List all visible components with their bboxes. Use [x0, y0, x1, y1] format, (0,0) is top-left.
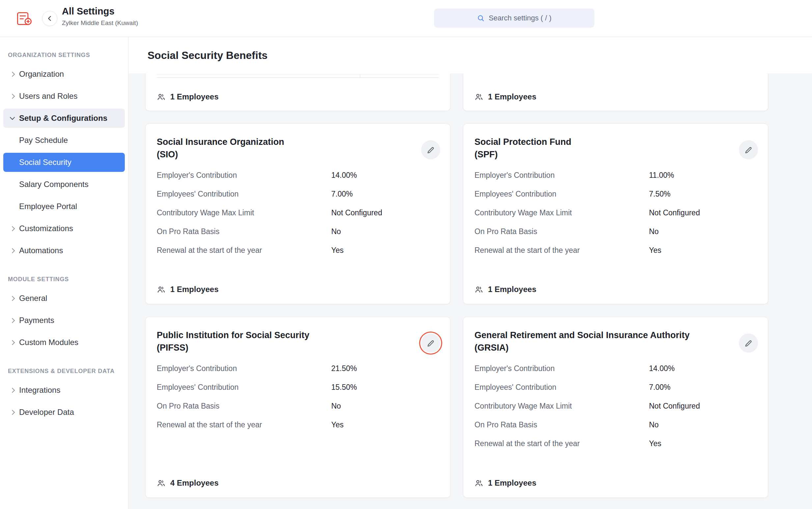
employees-count: 1 Employees: [474, 478, 757, 487]
card-row-2: Social Insurance Organization(SIO) Emplo…: [145, 124, 812, 304]
truncated-table-fragment: [157, 74, 439, 78]
search-settings-input[interactable]: Search settings ( / ): [434, 8, 594, 28]
employees-count: 1 Employees: [474, 92, 757, 101]
sidebar-item-developer-data[interactable]: Developer Data: [3, 403, 125, 422]
benefit-card-partial-left: 1 Employees: [145, 73, 450, 111]
chevron-right-icon: [10, 248, 15, 253]
card-title: Public Institution for Social Security(P…: [157, 329, 439, 354]
sidebar-item-label: Custom Modules: [19, 338, 78, 347]
header-title-block: All Settings Zylker Middle East (Kuwait): [62, 6, 138, 27]
employees-icon: [474, 93, 483, 101]
field-value: No: [331, 227, 439, 236]
page-title: Social Security Benefits: [147, 49, 268, 62]
field-value: Yes: [649, 245, 757, 255]
app-logo-icon[interactable]: [16, 10, 33, 27]
sidebar-item-label: Pay Schedule: [19, 136, 68, 145]
sidebar-item-customizations[interactable]: Customizations: [3, 219, 125, 238]
back-button[interactable]: [42, 11, 57, 26]
employees-count-text: 4 Employees: [170, 478, 218, 487]
card-fields: Employer's Contribution 14.00% Employees…: [157, 170, 439, 255]
employees-count-text: 1 Employees: [488, 285, 536, 294]
field-label: Renewal at the start of the year: [474, 245, 649, 255]
sidebar-item-users-and-roles[interactable]: Users and Roles: [3, 87, 125, 106]
employees-count-text: 1 Employees: [488, 478, 536, 487]
field-label: Renewal at the start of the year: [157, 245, 331, 255]
employees-count: 1 Employees: [474, 285, 757, 294]
chevron-right-icon: [10, 71, 15, 77]
sidebar-item-payments[interactable]: Payments: [3, 311, 125, 330]
chevron-right-icon: [10, 410, 15, 415]
search-icon: [477, 14, 485, 22]
chevron-right-icon: [10, 296, 15, 301]
field-label: On Pro Rata Basis: [474, 227, 649, 236]
edit-spf-button[interactable]: [739, 140, 758, 159]
field-label: Contributory Wage Max Limit: [157, 208, 331, 217]
card-title: Social Protection Fund(SPF): [474, 136, 757, 161]
chevron-right-icon: [10, 94, 15, 99]
sidebar-item-label: Organization: [19, 69, 64, 79]
employees-icon: [157, 93, 166, 101]
sidebar-item-custom-modules[interactable]: Custom Modules: [3, 333, 125, 352]
benefit-card-grsia: General Retirement and Social Insurance …: [463, 317, 768, 498]
sidebar-item-general[interactable]: General: [3, 289, 125, 308]
settings-sidebar: ORGANIZATION SETTINGS Organization Users…: [0, 37, 128, 509]
employees-count-text: 1 Employees: [488, 92, 536, 101]
benefit-card-pifss: Public Institution for Social Security(P…: [145, 317, 450, 498]
sidebar-item-employee-portal[interactable]: Employee Portal: [3, 197, 125, 216]
sidebar-item-label: Developer Data: [19, 408, 74, 417]
field-label: On Pro Rata Basis: [474, 420, 649, 430]
search-placeholder-text: Search settings ( / ): [489, 14, 551, 23]
benefit-card-partial-right: 1 Employees: [463, 73, 768, 111]
field-value: 7.00%: [331, 189, 439, 199]
all-settings-title: All Settings: [62, 6, 138, 17]
field-value: Not Configured: [331, 208, 439, 217]
sidebar-item-label: Customizations: [19, 224, 73, 233]
employees-icon: [474, 479, 483, 487]
sidebar-item-label: Social Security: [19, 158, 71, 167]
employees-icon: [157, 285, 166, 294]
field-value: No: [649, 420, 757, 430]
page-header: Social Security Benefits: [129, 37, 812, 73]
benefit-card-spf: Social Protection Fund(SPF) Employer's C…: [463, 124, 768, 304]
sidebar-item-integrations[interactable]: Integrations: [3, 381, 125, 400]
field-value: 14.00%: [649, 364, 757, 373]
card-fields: Employer's Contribution 14.00% Employees…: [474, 364, 757, 448]
edit-pifss-button[interactable]: [421, 334, 440, 352]
card-row-3: Public Institution for Social Security(P…: [145, 317, 812, 498]
card-row-partial: 1 Employees 1 Employees: [145, 73, 812, 111]
employees-count: 4 Employees: [157, 478, 439, 487]
field-label: On Pro Rata Basis: [157, 401, 331, 411]
field-value: 21.50%: [331, 364, 439, 373]
section-label-module-settings: MODULE SETTINGS: [0, 276, 128, 289]
sidebar-item-label: Users and Roles: [19, 92, 77, 101]
sidebar-item-setup-and-configurations[interactable]: Setup & Configurations: [3, 109, 125, 128]
field-value: No: [331, 401, 439, 411]
field-value: 7.50%: [649, 189, 757, 199]
field-value: Yes: [331, 420, 439, 430]
field-label: Employees' Contribution: [157, 189, 331, 199]
benefit-card-sio: Social Insurance Organization(SIO) Emplo…: [145, 124, 450, 304]
field-label: Employees' Contribution: [474, 382, 649, 392]
field-label: Contributory Wage Max Limit: [474, 401, 649, 411]
field-label: Contributory Wage Max Limit: [474, 208, 649, 217]
employees-count: 1 Employees: [157, 285, 439, 294]
sidebar-item-label: Automations: [19, 246, 63, 255]
field-value: Yes: [649, 439, 757, 448]
edit-sio-button[interactable]: [421, 140, 440, 159]
organization-name: Zylker Middle East (Kuwait): [62, 20, 138, 27]
setup-configurations-sublist: Pay Schedule Social Security Salary Comp…: [0, 131, 128, 216]
sidebar-item-automations[interactable]: Automations: [3, 241, 125, 260]
card-fields: Employer's Contribution 11.00% Employees…: [474, 170, 757, 255]
field-value: Not Configured: [649, 401, 757, 411]
employees-icon: [157, 479, 166, 487]
sidebar-item-organization[interactable]: Organization: [3, 65, 125, 83]
edit-grsia-button[interactable]: [739, 334, 758, 352]
sidebar-item-salary-components[interactable]: Salary Components: [3, 175, 125, 194]
top-header: All Settings Zylker Middle East (Kuwait)…: [0, 0, 812, 37]
chevron-right-icon: [10, 340, 15, 345]
employees-count-text: 1 Employees: [170, 92, 218, 101]
card-title: Social Insurance Organization(SIO): [157, 136, 439, 161]
sidebar-item-pay-schedule[interactable]: Pay Schedule: [3, 131, 125, 150]
card-fields: Employer's Contribution 21.50% Employees…: [157, 364, 439, 430]
sidebar-item-social-security[interactable]: Social Security: [3, 153, 125, 172]
